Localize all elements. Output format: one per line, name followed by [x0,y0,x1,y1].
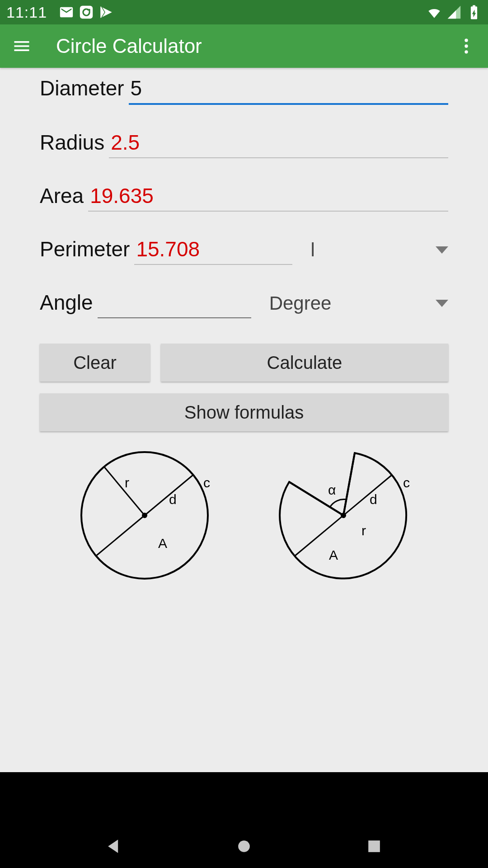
angle-input[interactable] [98,290,251,318]
area-row: Area [40,184,448,212]
diameter-input[interactable] [129,76,448,105]
diagram-d-label-2: d [370,492,377,507]
grammarly-icon [79,5,94,20]
status-bar: 11:11 [0,0,488,24]
hamburger-icon [12,36,32,56]
diameter-label: Diameter [40,76,124,100]
svg-rect-0 [80,6,93,19]
clear-button-label: Clear [73,353,117,373]
angle-unit-dropdown[interactable]: Degree [269,292,448,314]
perimeter-unit-selected: l [310,239,314,261]
radius-row: Radius [40,130,448,158]
footer-strip [0,772,488,825]
svg-point-12 [238,840,250,852]
app-bar: Circle Calculator [0,24,488,68]
perimeter-unit-dropdown[interactable]: l [310,239,448,261]
radius-label: Radius [40,130,104,155]
back-icon [104,836,124,856]
play-icon [99,5,114,20]
nav-back-button[interactable] [98,830,130,863]
svg-point-1 [465,39,468,42]
diagram-alpha-label: α [328,482,336,497]
diagram-r-label: r [125,475,129,490]
diameter-row: Diameter [40,76,448,105]
clear-button[interactable]: Clear [40,344,150,382]
diagram-container: r d c A α d r c A [40,443,448,588]
battery-charging-icon [466,5,482,20]
area-input[interactable] [88,184,448,212]
nav-home-button[interactable] [228,830,260,863]
wifi-icon [427,5,442,20]
overflow-menu-button[interactable] [450,30,483,62]
app-title: Circle Calculator [56,35,450,57]
status-time: 11:11 [6,4,47,21]
circle-diagram: r d c A [54,448,235,583]
perimeter-input[interactable] [134,237,292,265]
angle-row: Angle Degree [40,290,448,318]
gmail-icon [59,5,74,20]
more-vert-icon [456,36,476,56]
svg-line-5 [104,467,145,515]
svg-point-3 [465,50,468,53]
chevron-down-icon [436,300,448,307]
menu-button[interactable] [5,30,38,62]
signal-icon [446,5,462,20]
diagram-c-label: c [203,475,210,490]
angle-label: Angle [40,290,93,315]
diagram-c-label-2: c [403,475,410,490]
area-label: Area [40,184,84,208]
show-formulas-button[interactable]: Show formulas [40,393,448,431]
show-formulas-button-label: Show formulas [184,402,304,423]
calculate-button-label: Calculate [267,353,343,373]
diagram-d-label: d [169,492,177,507]
diagram-A-label-2: A [329,547,338,562]
button-row-1: Clear Calculate [40,344,448,382]
svg-point-11 [341,513,346,518]
calculate-button[interactable]: Calculate [161,344,448,382]
status-right [427,5,482,20]
svg-rect-13 [368,840,380,852]
navigation-bar [0,825,488,868]
svg-point-2 [465,44,468,47]
nav-recent-button[interactable] [358,830,390,863]
svg-line-9 [343,453,355,515]
recent-icon [364,836,384,856]
chevron-down-icon [436,246,448,254]
diagram-A-label: A [158,536,167,551]
diagram-r-label-2: r [361,523,366,538]
radius-input[interactable] [109,130,448,158]
perimeter-row: Perimeter l [40,237,448,265]
angle-unit-selected: Degree [269,292,332,314]
svg-point-7 [142,513,147,518]
home-icon [234,836,254,856]
sector-diagram: α d r c A [253,448,434,583]
status-left: 11:11 [6,4,114,21]
content-area: Diameter Radius Area Perimeter l Angle D… [0,68,488,588]
perimeter-label: Perimeter [40,237,130,261]
